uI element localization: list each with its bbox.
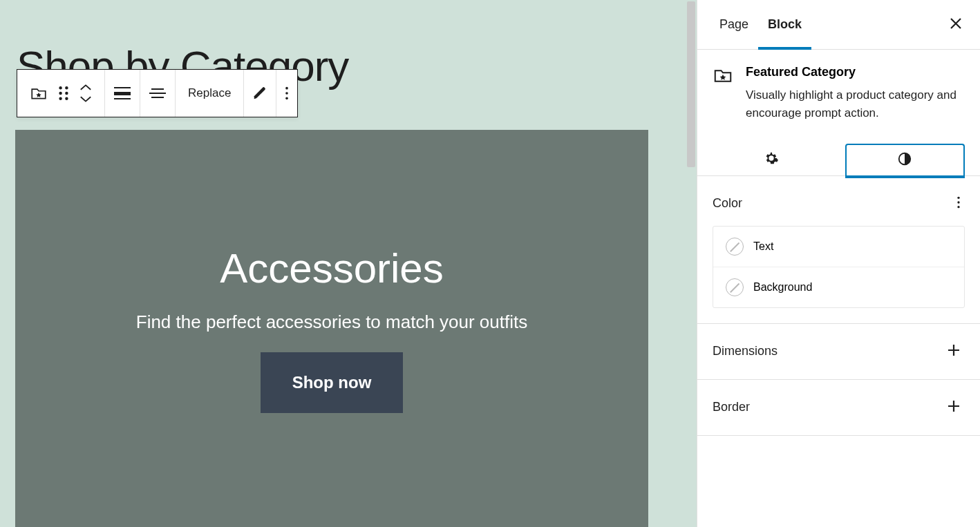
svg-rect-10 [149, 93, 166, 94]
svg-rect-7 [114, 92, 131, 95]
settings-sidebar: Page Block Featured Category Visually hi… [697, 0, 980, 527]
svg-rect-9 [151, 88, 164, 90]
color-list: Text Background [713, 226, 965, 308]
styles-icon [897, 151, 912, 169]
svg-point-16 [957, 196, 959, 198]
panel-color: Color Text Background [697, 176, 980, 324]
drag-handle-icon[interactable] [57, 86, 70, 101]
block-type-group [17, 70, 105, 117]
color-background-label: Background [753, 281, 812, 294]
svg-point-14 [286, 97, 289, 100]
close-sidebar-button[interactable] [944, 12, 968, 38]
panel-color-options[interactable] [952, 191, 965, 216]
panel-border-add[interactable] [943, 395, 965, 420]
featured-category-icon [713, 65, 733, 123]
replace-button[interactable]: Replace [176, 70, 244, 117]
edit-button[interactable] [244, 70, 276, 117]
move-down-button[interactable] [79, 95, 92, 103]
panel-dimensions-add[interactable] [943, 339, 965, 364]
vertical-align-button[interactable] [140, 70, 176, 117]
panel-border: Border [697, 380, 980, 436]
svg-point-1 [65, 86, 68, 89]
tab-page[interactable]: Page [710, 0, 758, 49]
svg-rect-6 [114, 87, 131, 88]
svg-point-3 [65, 92, 68, 95]
block-description: Featured Category Visually highlight a p… [697, 50, 980, 141]
svg-point-2 [59, 92, 62, 95]
tile-title[interactable]: Accessories [220, 245, 443, 292]
block-toolbar: Replace [17, 69, 298, 117]
empty-swatch-icon [726, 278, 744, 296]
empty-swatch-icon [726, 238, 744, 256]
svg-point-5 [65, 97, 68, 100]
svg-point-13 [286, 92, 289, 95]
color-text-row[interactable]: Text [713, 227, 964, 267]
subtab-styles[interactable] [845, 144, 965, 175]
svg-point-4 [59, 97, 62, 100]
shop-now-button[interactable]: Shop now [261, 352, 404, 413]
svg-rect-8 [114, 98, 131, 99]
subtab-settings[interactable] [713, 144, 830, 175]
panel-border-title: Border [713, 400, 750, 414]
svg-rect-11 [151, 97, 164, 98]
svg-point-17 [957, 201, 959, 203]
color-background-row[interactable]: Background [713, 267, 964, 307]
panel-dimensions: Dimensions [697, 324, 980, 380]
replace-label: Replace [188, 86, 231, 100]
align-button[interactable] [105, 70, 140, 117]
panel-color-title: Color [713, 196, 742, 211]
sidebar-tabs: Page Block [697, 0, 980, 50]
featured-category-icon[interactable] [30, 84, 48, 102]
block-title: Featured Category [746, 65, 965, 79]
svg-point-0 [59, 86, 62, 89]
tile-subtitle[interactable]: Find the perfect accessories to match yo… [136, 312, 527, 333]
svg-point-12 [286, 87, 289, 90]
featured-category-block[interactable]: Accessories Find the perfect accessories… [15, 130, 648, 527]
editor-canvas[interactable]: ▲ Shop by Category [0, 0, 697, 527]
more-options-button[interactable] [276, 70, 297, 117]
svg-point-18 [957, 206, 959, 208]
panel-dimensions-title: Dimensions [713, 344, 778, 358]
tab-block[interactable]: Block [758, 0, 811, 49]
sidebar-subtabs [697, 141, 980, 176]
canvas-scrollbar-thumb[interactable] [687, 1, 695, 167]
gear-icon [764, 151, 779, 169]
block-desc-text: Visually highlight a product category an… [746, 86, 965, 123]
color-text-label: Text [753, 240, 773, 253]
move-up-button[interactable] [79, 84, 92, 92]
